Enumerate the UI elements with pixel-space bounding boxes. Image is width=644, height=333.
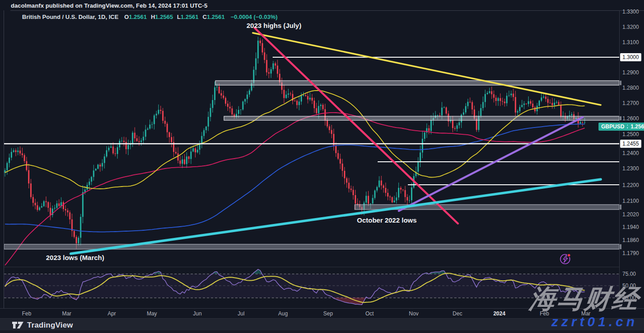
candle xyxy=(201,132,202,148)
candle xyxy=(190,146,192,164)
tradingview-logo-icon[interactable] xyxy=(11,320,25,330)
candle xyxy=(206,126,207,133)
annotation-october-2022-lows: October 2022 lows xyxy=(357,216,417,224)
candle xyxy=(387,189,388,200)
candle xyxy=(519,105,521,113)
candle xyxy=(128,140,129,155)
candle xyxy=(19,146,21,156)
candle xyxy=(95,168,96,171)
zone-2023-lows[interactable] xyxy=(4,244,619,249)
candle xyxy=(392,196,393,203)
candle xyxy=(160,106,161,114)
candle xyxy=(402,189,404,192)
candle xyxy=(50,202,51,220)
candle xyxy=(147,127,148,130)
candle xyxy=(173,137,174,157)
candle xyxy=(351,186,352,192)
symbol-badge-value: 1.2561 xyxy=(628,123,644,131)
symbol-legend: British Pound / U.S. Dollar, 1D, ICE O1.… xyxy=(22,14,278,20)
price-axis-label: 1.2400 xyxy=(622,150,639,156)
chart-canvas[interactable] xyxy=(0,0,644,333)
candle xyxy=(277,60,278,78)
candle xyxy=(154,114,155,129)
candle xyxy=(424,132,425,141)
candle xyxy=(281,78,283,94)
time-axis-label: Mar xyxy=(62,310,72,317)
symbol-badge-label: GBPUSD xyxy=(598,123,627,131)
candle xyxy=(340,154,341,169)
candle xyxy=(478,111,480,132)
candle xyxy=(426,123,428,138)
candle xyxy=(97,164,99,169)
candle xyxy=(229,102,231,113)
price-axis-label: 1.2200 xyxy=(622,182,639,188)
candle xyxy=(24,153,25,163)
candle xyxy=(297,99,298,108)
price-axis-label: 1.2500 xyxy=(622,131,639,137)
candle xyxy=(400,186,402,193)
candle xyxy=(123,137,125,146)
time-axis-label: May xyxy=(147,310,157,317)
candle xyxy=(102,159,103,170)
candle xyxy=(405,186,406,202)
candle xyxy=(244,98,246,105)
candle xyxy=(52,205,53,217)
candle xyxy=(549,99,551,103)
candle xyxy=(286,91,287,99)
candle xyxy=(288,89,289,98)
descending-resistance-yellow[interactable] xyxy=(253,33,601,105)
candle xyxy=(106,146,107,158)
candle xyxy=(465,103,466,114)
sma-50[interactable] xyxy=(5,91,585,189)
ohlc-values: O1.2561 H1.2565 L1.2561 C1.2561 xyxy=(124,14,225,20)
candle xyxy=(247,91,248,103)
candle xyxy=(428,125,429,134)
zone-1-2820[interactable] xyxy=(215,81,619,85)
price-axis-label: 1.3200 xyxy=(622,24,639,30)
candle xyxy=(273,61,274,71)
time-axis-label: Jun xyxy=(193,310,201,317)
candle xyxy=(82,185,83,223)
candle xyxy=(493,91,494,103)
high-value: H1.2565 xyxy=(151,14,173,20)
zone-1-2600[interactable] xyxy=(224,116,619,120)
candle xyxy=(73,229,75,238)
candle xyxy=(521,100,523,108)
candle xyxy=(93,165,94,181)
candle xyxy=(69,210,71,224)
footer-bottom-strip xyxy=(0,330,644,333)
candle xyxy=(342,159,343,177)
tradingview-brand-text[interactable]: TradingView xyxy=(27,321,73,330)
rsi-overbought-fill xyxy=(153,269,446,274)
candle xyxy=(6,161,8,174)
candle xyxy=(530,99,531,105)
candle xyxy=(17,147,18,155)
candle xyxy=(525,103,527,105)
candle xyxy=(290,92,291,96)
rsi-axis-label: 75.00 xyxy=(622,271,636,277)
candle xyxy=(188,156,190,163)
candle xyxy=(156,111,157,119)
candle xyxy=(500,93,501,106)
candle xyxy=(383,184,384,193)
price-axis-label: 1.2600 xyxy=(622,115,639,122)
long-term-uptrend-cyan[interactable] xyxy=(71,179,601,254)
candle xyxy=(307,93,309,103)
time-axis-label: Feb xyxy=(22,310,32,317)
candle xyxy=(491,87,493,99)
candle xyxy=(389,195,391,201)
flash-idea-icon[interactable] xyxy=(561,253,571,264)
candle xyxy=(212,95,213,113)
candle xyxy=(275,62,276,69)
annotation-2023-highs: 2023 highs (July) xyxy=(247,22,301,29)
candle xyxy=(385,182,386,196)
tradingview-published-chart: dacolmanfx published on TradingView.com,… xyxy=(0,0,644,333)
trendlines-layer xyxy=(71,28,601,254)
candle xyxy=(301,92,302,105)
candle xyxy=(255,52,256,75)
candle xyxy=(108,146,110,152)
candle xyxy=(365,192,367,205)
candle xyxy=(184,154,185,165)
candle xyxy=(186,152,187,168)
watermark-url: zzrt01.cn xyxy=(552,315,638,328)
